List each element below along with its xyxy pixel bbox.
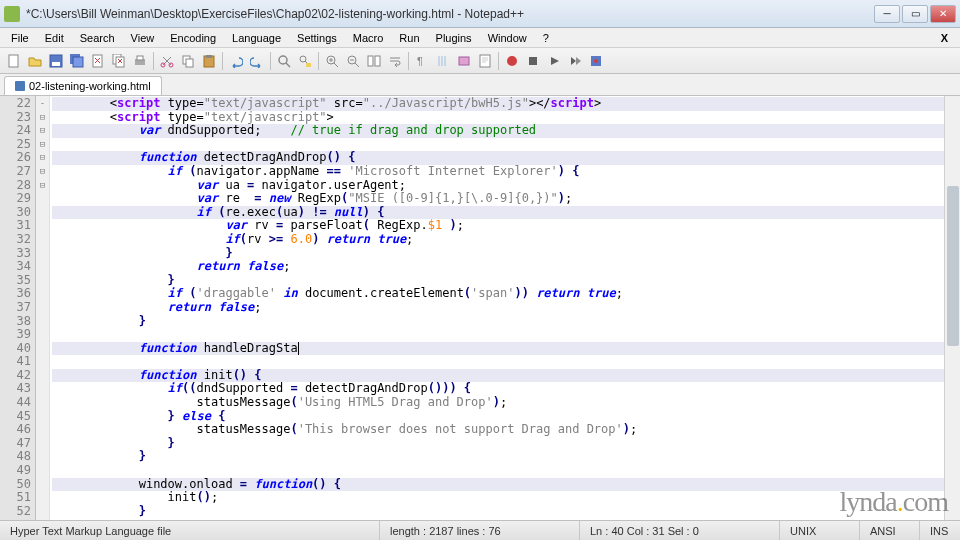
doc-map-icon[interactable] <box>475 51 495 71</box>
menu-close-doc[interactable]: X <box>933 30 956 46</box>
scroll-thumb[interactable] <box>947 186 959 346</box>
menu-plugins[interactable]: Plugins <box>429 30 479 46</box>
window-title: *C:\Users\Bill Weinman\Desktop\ExerciseF… <box>26 7 874 21</box>
toolbar-separator <box>153 52 154 70</box>
cut-icon[interactable] <box>157 51 177 71</box>
menu-bar: File Edit Search View Encoding Language … <box>0 28 960 48</box>
indent-guide-icon[interactable] <box>433 51 453 71</box>
paste-icon[interactable] <box>199 51 219 71</box>
svg-rect-13 <box>186 59 193 67</box>
title-bar: *C:\Users\Bill Weinman\Desktop\ExerciseF… <box>0 0 960 28</box>
svg-rect-2 <box>52 62 60 66</box>
vertical-scrollbar[interactable] <box>944 96 960 520</box>
svg-rect-18 <box>306 63 311 67</box>
menu-view[interactable]: View <box>124 30 162 46</box>
zoom-in-icon[interactable] <box>322 51 342 71</box>
user-lang-icon[interactable] <box>454 51 474 71</box>
svg-rect-24 <box>459 57 469 65</box>
editor-area: 2223242526272829303132333435363738394041… <box>0 96 960 520</box>
status-bar: Hyper Text Markup Language file length :… <box>0 520 960 540</box>
sync-scroll-icon[interactable] <box>364 51 384 71</box>
minimize-button[interactable]: ─ <box>874 5 900 23</box>
fold-column[interactable]: -⊟⊟⊟⊟⊟⊟ <box>36 96 50 520</box>
svg-rect-7 <box>116 57 124 67</box>
toolbar-separator <box>222 52 223 70</box>
menu-settings[interactable]: Settings <box>290 30 344 46</box>
stop-macro-icon[interactable] <box>523 51 543 71</box>
menu-window[interactable]: Window <box>481 30 534 46</box>
menu-file[interactable]: File <box>4 30 36 46</box>
wrap-icon[interactable] <box>385 51 405 71</box>
play-macro-icon[interactable] <box>544 51 564 71</box>
toolbar: ¶ <box>0 48 960 74</box>
redo-icon[interactable] <box>247 51 267 71</box>
new-file-icon[interactable] <box>4 51 24 71</box>
tab-label: 02-listening-working.html <box>29 80 151 92</box>
save-icon[interactable] <box>46 51 66 71</box>
tab-bar: 02-listening-working.html <box>0 74 960 96</box>
status-mode: INS <box>920 521 960 540</box>
svg-text:¶: ¶ <box>417 55 423 67</box>
status-eol: UNIX <box>780 521 860 540</box>
save-all-icon[interactable] <box>67 51 87 71</box>
zoom-out-icon[interactable] <box>343 51 363 71</box>
print-icon[interactable] <box>130 51 150 71</box>
svg-rect-9 <box>137 56 143 60</box>
window-buttons: ─ ▭ ✕ <box>874 5 956 23</box>
menu-search[interactable]: Search <box>73 30 122 46</box>
svg-point-16 <box>279 56 287 64</box>
svg-rect-15 <box>206 55 212 58</box>
status-position: Ln : 40 Col : 31 Sel : 0 <box>580 521 780 540</box>
status-length: length : 2187 lines : 76 <box>380 521 580 540</box>
menu-run[interactable]: Run <box>392 30 426 46</box>
replace-icon[interactable] <box>295 51 315 71</box>
toolbar-separator <box>318 52 319 70</box>
menu-help[interactable]: ? <box>536 30 556 46</box>
find-icon[interactable] <box>274 51 294 71</box>
svg-rect-0 <box>9 55 18 67</box>
copy-icon[interactable] <box>178 51 198 71</box>
undo-icon[interactable] <box>226 51 246 71</box>
menu-language[interactable]: Language <box>225 30 288 46</box>
close-file-icon[interactable] <box>88 51 108 71</box>
code-editor[interactable]: <script type="text/javascript" src="../J… <box>50 96 944 520</box>
menu-edit[interactable]: Edit <box>38 30 71 46</box>
svg-rect-22 <box>375 56 380 66</box>
svg-point-26 <box>507 56 517 66</box>
show-chars-icon[interactable]: ¶ <box>412 51 432 71</box>
svg-point-29 <box>594 59 598 63</box>
menu-encoding[interactable]: Encoding <box>163 30 223 46</box>
tab-file[interactable]: 02-listening-working.html <box>4 76 162 95</box>
close-button[interactable]: ✕ <box>930 5 956 23</box>
toolbar-separator <box>498 52 499 70</box>
toolbar-separator <box>270 52 271 70</box>
svg-rect-4 <box>73 57 83 67</box>
status-encoding: ANSI <box>860 521 920 540</box>
close-all-icon[interactable] <box>109 51 129 71</box>
open-file-icon[interactable] <box>25 51 45 71</box>
status-filetype: Hyper Text Markup Language file <box>0 521 380 540</box>
app-icon <box>4 6 20 22</box>
play-multi-icon[interactable] <box>565 51 585 71</box>
maximize-button[interactable]: ▭ <box>902 5 928 23</box>
svg-rect-25 <box>480 55 490 67</box>
line-number-gutter: 2223242526272829303132333435363738394041… <box>0 96 36 520</box>
svg-rect-21 <box>368 56 373 66</box>
toolbar-separator <box>408 52 409 70</box>
file-icon <box>15 81 25 91</box>
svg-rect-27 <box>529 57 537 65</box>
save-macro-icon[interactable] <box>586 51 606 71</box>
menu-macro[interactable]: Macro <box>346 30 391 46</box>
record-macro-icon[interactable] <box>502 51 522 71</box>
